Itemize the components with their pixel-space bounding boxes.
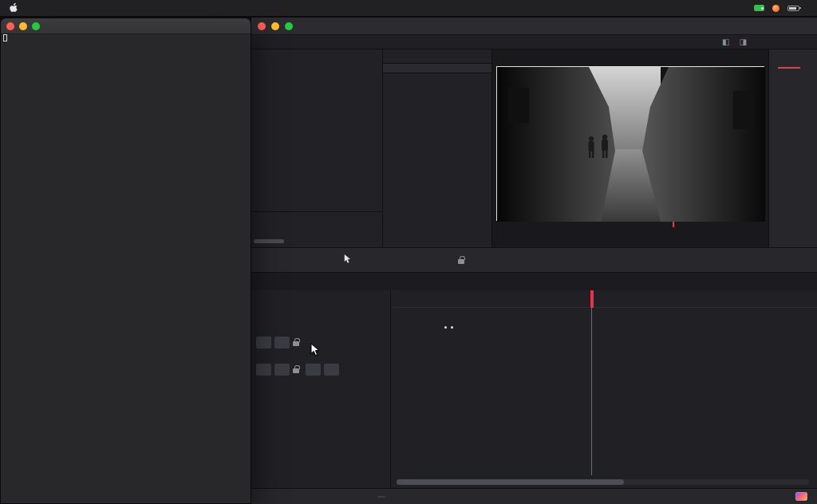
audio-track-destination[interactable] — [256, 364, 271, 376]
audio-track-lane — [397, 357, 685, 381]
timeline — [251, 290, 817, 488]
timeline-ruler[interactable] — [391, 290, 817, 308]
bin-root-master[interactable] — [251, 49, 382, 55]
mouse-cursor — [310, 343, 320, 360]
page-edit-icon[interactable] — [377, 496, 385, 498]
clip-marker-dot[interactable] — [451, 326, 453, 329]
page-media-icon[interactable] — [301, 496, 309, 498]
mute-button[interactable] — [324, 364, 339, 376]
page-fairlight-icon[interactable] — [492, 496, 500, 498]
screen-record-indicator-icon[interactable] — [754, 5, 764, 11]
battery-icon — [787, 6, 799, 11]
close-window-button[interactable] — [258, 22, 266, 30]
add-timeline-tab-button[interactable] — [255, 275, 272, 290]
solo-button[interactable] — [306, 364, 321, 376]
video-track-source[interactable] — [274, 337, 290, 348]
viewer-scrubber[interactable] — [499, 221, 762, 229]
bin-panel — [251, 49, 383, 247]
audio-track-source[interactable] — [274, 364, 290, 376]
scrollbar-thumb[interactable] — [397, 479, 624, 485]
page-deliver-icon[interactable] — [531, 496, 539, 498]
video-frame[interactable] — [496, 66, 764, 221]
zoom-window-button[interactable] — [32, 22, 40, 30]
minimize-window-button[interactable] — [271, 22, 279, 30]
lock-icon[interactable] — [458, 259, 464, 264]
apple-menu-icon[interactable] — [10, 3, 18, 13]
lock-track-icon[interactable] — [293, 368, 299, 373]
selection-tool-icon[interactable] — [344, 253, 351, 267]
terminal-titlebar[interactable] — [1, 18, 251, 34]
audio-track-header — [251, 357, 391, 381]
project-manager-icon[interactable] — [795, 492, 807, 501]
smart-bins-label — [251, 217, 382, 225]
zoom-window-button[interactable] — [285, 22, 293, 30]
macos-menu-bar — [0, 0, 817, 16]
edit-toolbar — [251, 247, 817, 273]
dual-viewer-icon[interactable]: ◨ — [740, 38, 747, 46]
clip-list-panel — [383, 49, 492, 247]
single-viewer-icon[interactable]: ◧ — [722, 38, 729, 46]
resolve-window: ◧ ◨ — [251, 18, 817, 504]
clip-marker-dot[interactable] — [444, 326, 447, 329]
viewer-playhead[interactable] — [673, 222, 674, 227]
resolve-titlebar[interactable] — [251, 18, 817, 35]
status-dot-icon[interactable] — [772, 5, 780, 12]
page-color-icon[interactable] — [454, 496, 462, 498]
tab-video[interactable] — [769, 64, 817, 69]
transport-controls — [492, 229, 768, 250]
terminal-window[interactable] — [0, 18, 251, 504]
page-fusion-icon[interactable] — [416, 496, 424, 498]
minimize-window-button[interactable] — [19, 22, 27, 30]
smart-bins-section — [251, 211, 382, 247]
playhead[interactable] — [591, 290, 592, 475]
close-window-button[interactable] — [6, 22, 14, 30]
screen: ◧ ◨ — [0, 0, 817, 504]
timeline-timecode[interactable] — [251, 290, 390, 294]
breadcrumb[interactable] — [383, 49, 491, 63]
video-track-destination[interactable] — [256, 337, 271, 348]
timeline-viewer — [492, 49, 768, 247]
page-bar — [251, 488, 817, 504]
timeline-scrollbar[interactable] — [397, 479, 809, 485]
inspector-panel — [768, 49, 817, 247]
clip-name-column-header[interactable] — [383, 63, 491, 73]
video-track-lane — [397, 330, 685, 354]
lock-track-icon[interactable] — [293, 341, 299, 346]
bin-scrollbar[interactable] — [251, 236, 382, 246]
video-track-header — [251, 330, 391, 354]
timeline-tabs — [251, 273, 817, 290]
media-pool-toolbar: ◧ ◨ — [251, 35, 817, 49]
alley-scene-image — [497, 67, 765, 222]
page-cut-icon[interactable] — [339, 496, 347, 498]
timeline-gutter — [251, 290, 391, 488]
